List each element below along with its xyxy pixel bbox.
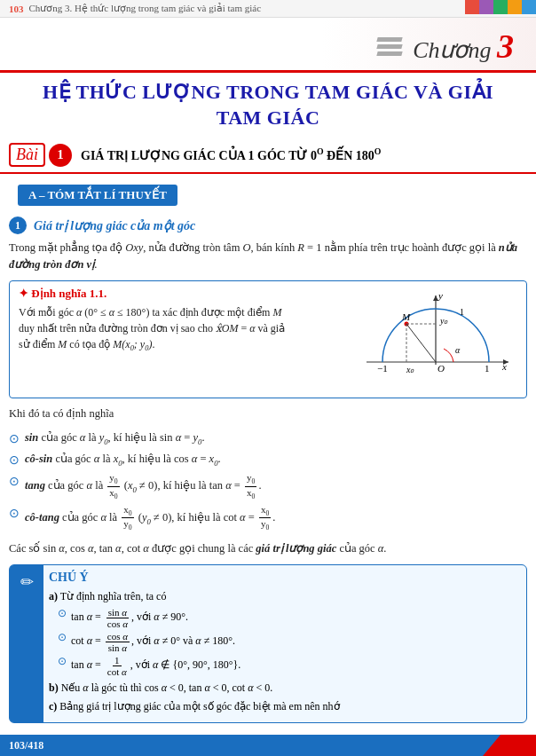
section-a-wrapper: A – TÓM TẮT LÍ THUYẾT (9, 179, 527, 211)
bullet-text-sin: sin của góc α là y0, kí hiệu là sin α = … (25, 429, 205, 448)
bottom-bar: 103/418 (0, 735, 536, 756)
chu-y-cot-formula: ⊙ cot α = cos αsin α, với α ≠ 0° và α ≠ … (58, 631, 517, 653)
chu-y-box: ✏ CHÚ Ý a) Từ định nghĩa trên, ta có ⊙ t… (9, 564, 527, 724)
subsection-1-header: 1 Giá trị lượng giác của một góc (9, 217, 527, 234)
bullet-cosin: ⊙ cô-sin của góc α là x0, kí hiệu là cos… (9, 451, 527, 469)
bullet-text-tang: tang của góc α là y0x0 (x0 ≠ 0), kí hiệu… (25, 472, 262, 500)
sub-bullet-2: ⊙ (58, 631, 67, 644)
chapter-breadcrumb: Chương 3. Hệ thức lượng trong tam giác v… (29, 3, 262, 14)
bottom-corner-decoration (483, 735, 536, 756)
intro-text: Trong mặt phẳng tọa độ Oxy, nửa đường tr… (0, 238, 536, 275)
sub-bullet-1: ⊙ (58, 607, 67, 620)
bai-number: 1 (49, 144, 72, 167)
definition-content: ✦ Định nghĩa 1.1. Với mỗi góc α (0° ≤ α … (19, 287, 349, 392)
stripe1 (376, 37, 402, 42)
summary-text: Các số sin α, cos α, tan α, cot α được g… (0, 539, 536, 559)
svg-text:x₀: x₀ (406, 365, 414, 374)
decor-purple (479, 0, 493, 14)
bullet-section: ⊙ sin của góc α là y0, kí hiệu là sin α … (0, 423, 536, 539)
chu-y-item-b: b) Nếu α là góc tù thì cos α < 0, tan α … (49, 680, 517, 696)
chu-y-sub-a: ⊙ tan α = sin αcos α, với α ≠ 90°. ⊙ cot… (49, 607, 517, 678)
top-bar: 103 Chương 3. Hệ thức lượng trong tam gi… (0, 0, 536, 18)
section-a-label: A – TÓM TẮT LÍ THUYẾT (18, 185, 177, 206)
chu-y-tan-formula: ⊙ tan α = sin αcos α, với α ≠ 90°. (58, 607, 517, 629)
definition-title: ✦ Định nghĩa 1.1. (19, 287, 349, 301)
edit-icon: ✏ (20, 572, 34, 592)
bullet-cotang: ⊙ cô-tang của góc α là x0y0 (y0 ≠ 0), kí… (9, 504, 527, 532)
bullet-icon-cotang: ⊙ (9, 504, 20, 523)
svg-text:y₀: y₀ (439, 316, 448, 326)
bullet-icon-tang: ⊙ (9, 472, 20, 491)
svg-text:y: y (437, 290, 443, 301)
chu-y-icon: ✏ (10, 565, 43, 723)
chu-y-tan-cot-formula: ⊙ tan α = 1cot α, với α ∉ {0°, 90°, 180°… (58, 655, 517, 677)
chu-y-item-c: c) Bảng giá trị lượng giác của một số gó… (49, 698, 517, 714)
subsection-number: 1 (9, 217, 27, 234)
stripe2 (376, 44, 402, 49)
svg-text:−1: −1 (377, 363, 388, 374)
stripe3 (376, 51, 402, 56)
svg-text:1: 1 (485, 363, 490, 374)
chu-y-content: CHÚ Ý a) Từ định nghĩa trên, ta có ⊙ tan… (49, 571, 517, 715)
bullet-tang: ⊙ tang của góc α là y0x0 (x0 ≠ 0), kí hi… (9, 472, 527, 500)
svg-text:M: M (401, 311, 411, 322)
bullet-icon-sin: ⊙ (9, 429, 20, 448)
chapter-page-number: 103 (9, 4, 24, 14)
chapter-word: Chương 3 (413, 27, 514, 66)
decor-blue (522, 0, 536, 14)
main-title: HỆ THỨC LƯỢNG TRONG TAM GIÁC VÀ GIẢI TAM… (0, 73, 536, 134)
svg-text:1: 1 (460, 307, 464, 317)
bai-header: Bài 1 GIÁ TRỊ LƯỢNG GIÁC CỦA 1 GÓC TỪ 0o… (0, 138, 536, 174)
chu-y-item-a: a) Từ định nghĩa trên, ta có (49, 588, 517, 604)
svg-text:x: x (501, 361, 507, 372)
decor-orange (508, 0, 522, 14)
svg-text:O: O (437, 363, 445, 374)
bullet-icon-cosin: ⊙ (9, 451, 20, 469)
tan-cot-formula-text: tan α = 1cot α, với α ∉ {0°, 90°, 180°}. (71, 655, 240, 677)
chu-y-letter-a: a) (49, 590, 58, 602)
definition-box: ✦ Định nghĩa 1.1. Với mỗi góc α (0° ≤ α … (9, 280, 527, 398)
chu-y-letter-c: c) (49, 700, 57, 713)
bullet-sin: ⊙ sin của góc α là y0, kí hiệu là sin α … (9, 429, 527, 448)
chu-y-letter-b: b) (49, 681, 59, 694)
decor-red (465, 0, 479, 14)
definition-text: Với mỗi góc α (0° ≤ α ≤ 180°) ta xác địn… (19, 304, 349, 355)
unit-circle-diagram: x y M y₀ x₀ α −1 1 O 1 (358, 287, 517, 392)
top-right-decoration (465, 0, 536, 14)
cot-formula-text: cot α = cos αsin α, với α ≠ 0° và α ≠ 18… (71, 631, 235, 653)
decor-green (493, 0, 508, 14)
bai-label: Bài (9, 143, 45, 167)
sub-bullet-3: ⊙ (58, 655, 67, 668)
bullet-text-cotang: cô-tang của góc α là x0y0 (y0 ≠ 0), kí h… (25, 504, 275, 532)
chapter-number: 3 (497, 28, 514, 65)
bullet-text-cosin: cô-sin của góc α là x0, kí hiệu là cos α… (25, 451, 221, 469)
subsection-title: Giá trị lượng giác của một góc (34, 218, 195, 233)
tan-formula-text: tan α = sin αcos α, với α ≠ 90°. (71, 607, 188, 629)
chu-y-title: CHÚ Ý (49, 571, 517, 585)
bai-title: GIÁ TRỊ LƯỢNG GIÁC CỦA 1 GÓC TỪ 0o ĐẾN 1… (81, 146, 381, 163)
after-def-text: Khi đó ta có định nghĩa (0, 404, 536, 424)
svg-line-17 (406, 324, 436, 362)
chapter-header: Chương 3 (0, 18, 536, 73)
page-number: 103/418 (9, 739, 43, 752)
svg-text:α: α (455, 345, 461, 355)
